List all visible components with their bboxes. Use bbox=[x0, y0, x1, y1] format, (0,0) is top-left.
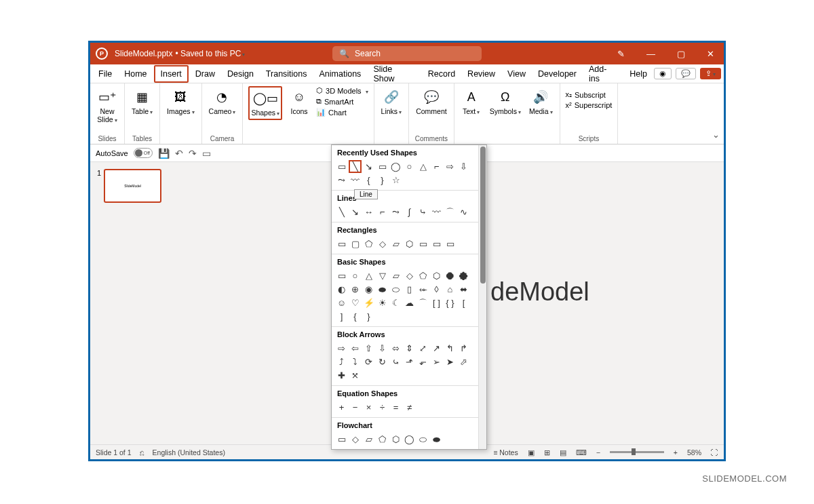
tab-record[interactable]: Record bbox=[423, 66, 461, 81]
arrow-2[interactable]: ⇦ bbox=[349, 343, 361, 354]
links-button[interactable]: 🔗 Links bbox=[380, 86, 404, 117]
basic-12[interactable]: ⊕ bbox=[349, 284, 361, 295]
shape-right-brace[interactable]: } bbox=[376, 174, 388, 186]
language-status[interactable]: English (United States) bbox=[153, 448, 225, 457]
rect-8[interactable]: ▭ bbox=[431, 238, 442, 250]
basic-27[interactable]: ⌒ bbox=[417, 297, 429, 309]
basic-1[interactable]: ▭ bbox=[336, 270, 347, 282]
basic-29[interactable]: { } bbox=[444, 297, 456, 309]
shape-textbox[interactable]: ▭ bbox=[336, 161, 347, 172]
smartart-button[interactable]: ⧉SmartArt bbox=[316, 97, 368, 106]
tab-addins[interactable]: Add-ins bbox=[583, 62, 623, 86]
text-button[interactable]: A Text bbox=[460, 86, 483, 117]
fc-1[interactable]: ▭ bbox=[336, 433, 347, 445]
eq-plus[interactable]: + bbox=[336, 402, 347, 413]
camera-record-button[interactable]: ◉ bbox=[654, 68, 672, 79]
basic-4[interactable]: ▽ bbox=[376, 270, 388, 282]
comments-pane-button[interactable]: 💬 bbox=[676, 68, 696, 79]
new-slide-button[interactable]: ▭⁺ New Slide bbox=[96, 86, 119, 125]
tab-design[interactable]: Design bbox=[222, 66, 259, 81]
tab-view[interactable]: View bbox=[502, 66, 531, 81]
zoom-level[interactable]: 58% bbox=[687, 448, 701, 457]
arrow-7[interactable]: ⤢ bbox=[417, 343, 429, 354]
basic-14[interactable]: ⬬ bbox=[376, 284, 388, 295]
maximize-button[interactable]: ▢ bbox=[673, 49, 689, 59]
basic-9[interactable]: ⯃ bbox=[444, 270, 456, 282]
eq-mult[interactable]: × bbox=[363, 402, 374, 413]
arrow-1[interactable]: ⇨ bbox=[336, 343, 347, 354]
rect-2[interactable]: ▢ bbox=[349, 238, 361, 250]
rect-1[interactable]: ▭ bbox=[336, 238, 347, 250]
dropdown-scrollbar[interactable] bbox=[478, 145, 486, 449]
rect-7[interactable]: ▭ bbox=[417, 238, 429, 250]
arrow-3[interactable]: ⇧ bbox=[363, 343, 374, 354]
rect-6[interactable]: ⬡ bbox=[404, 238, 415, 250]
saved-status[interactable]: • Saved to this PC bbox=[175, 49, 245, 58]
rect-4[interactable]: ◇ bbox=[376, 238, 388, 250]
tab-insert[interactable]: Insert bbox=[154, 65, 189, 83]
arrow-15[interactable]: ⤿ bbox=[390, 356, 402, 368]
fc-6[interactable]: ◯ bbox=[404, 433, 415, 445]
basic-31[interactable]: ] bbox=[336, 311, 347, 322]
line-10[interactable]: ∿ bbox=[458, 206, 469, 218]
rect-3[interactable]: ⬠ bbox=[363, 238, 374, 250]
line-7[interactable]: ⤷ bbox=[417, 206, 429, 218]
fc-7[interactable]: ⬭ bbox=[417, 433, 429, 445]
subscript-button[interactable]: x₂Subscript bbox=[566, 90, 613, 99]
sorter-view-icon[interactable]: ⊞ bbox=[544, 448, 550, 457]
superscript-button[interactable]: x²Superscript bbox=[566, 101, 613, 109]
shape-curve-connector[interactable]: ⤳ bbox=[336, 174, 347, 186]
arrow-18[interactable]: ➢ bbox=[431, 356, 442, 368]
arrow-22[interactable]: ⤧ bbox=[349, 370, 361, 381]
shape-left-brace[interactable]: { bbox=[363, 174, 374, 186]
eq-div[interactable]: ÷ bbox=[376, 402, 388, 413]
basic-28[interactable]: [ ] bbox=[431, 297, 442, 309]
basic-25[interactable]: ☾ bbox=[390, 297, 402, 309]
line-9[interactable]: ⌒ bbox=[444, 206, 456, 218]
close-button[interactable]: ✕ bbox=[703, 49, 718, 59]
notes-button[interactable]: ≡ Notes bbox=[493, 448, 518, 457]
fc-8[interactable]: ⬬ bbox=[431, 433, 442, 445]
eq-minus[interactable]: − bbox=[349, 402, 361, 413]
basic-26[interactable]: ☁ bbox=[404, 297, 415, 309]
basic-20[interactable]: ⬌ bbox=[458, 284, 469, 295]
ribbon-display-icon[interactable]: ✎ bbox=[613, 49, 629, 59]
arrow-8[interactable]: ↗ bbox=[431, 343, 442, 354]
arrow-13[interactable]: ⟳ bbox=[363, 356, 374, 368]
basic-21[interactable]: ☺ bbox=[336, 297, 347, 309]
accessibility-icon[interactable]: ⎌ bbox=[140, 448, 144, 457]
shape-triangle[interactable]: △ bbox=[417, 161, 429, 172]
tab-file[interactable]: File bbox=[93, 66, 117, 81]
shape-star[interactable]: ☆ bbox=[390, 174, 402, 186]
basic-16[interactable]: ▯ bbox=[404, 284, 415, 295]
basic-15[interactable]: ⬭ bbox=[390, 284, 402, 295]
undo-icon[interactable]: ↶ bbox=[175, 148, 183, 159]
basic-33[interactable]: } bbox=[363, 311, 374, 322]
3d-models-button[interactable]: ⬡3D Models bbox=[316, 86, 368, 95]
arrow-4[interactable]: ⇩ bbox=[376, 343, 388, 354]
basic-7[interactable]: ⬠ bbox=[417, 270, 429, 282]
slide-counter[interactable]: Slide 1 of 1 bbox=[96, 448, 132, 457]
shape-rounded-rect[interactable]: ◯ bbox=[390, 161, 402, 172]
tab-help[interactable]: Help bbox=[624, 66, 653, 81]
shape-freeform[interactable]: 〰 bbox=[349, 174, 361, 186]
images-button[interactable]: 🖼 Images bbox=[166, 86, 195, 117]
media-button[interactable]: 🔊 Media bbox=[528, 86, 554, 117]
line-4[interactable]: ⌐ bbox=[376, 206, 388, 218]
arrow-16[interactable]: ⬏ bbox=[404, 356, 415, 368]
table-button[interactable]: ▦ Table bbox=[130, 86, 154, 117]
basic-24[interactable]: ☀ bbox=[376, 297, 388, 309]
comment-button[interactable]: 💬 Comment bbox=[414, 86, 448, 117]
arrow-5[interactable]: ⬄ bbox=[390, 343, 402, 354]
line-5[interactable]: ⤳ bbox=[390, 206, 402, 218]
basic-13[interactable]: ◉ bbox=[363, 284, 374, 295]
basic-5[interactable]: ▱ bbox=[390, 270, 402, 282]
basic-10[interactable]: ⯄ bbox=[458, 270, 469, 282]
eq-neq[interactable]: ≠ bbox=[404, 402, 415, 413]
line-2[interactable]: ↘ bbox=[349, 206, 361, 218]
line-3[interactable]: ↔ bbox=[363, 206, 374, 218]
line-8[interactable]: 〰 bbox=[431, 206, 442, 218]
zoom-in-button[interactable]: + bbox=[674, 448, 678, 457]
arrow-19[interactable]: ➤ bbox=[444, 356, 456, 368]
normal-view-icon[interactable]: ▣ bbox=[528, 448, 535, 457]
